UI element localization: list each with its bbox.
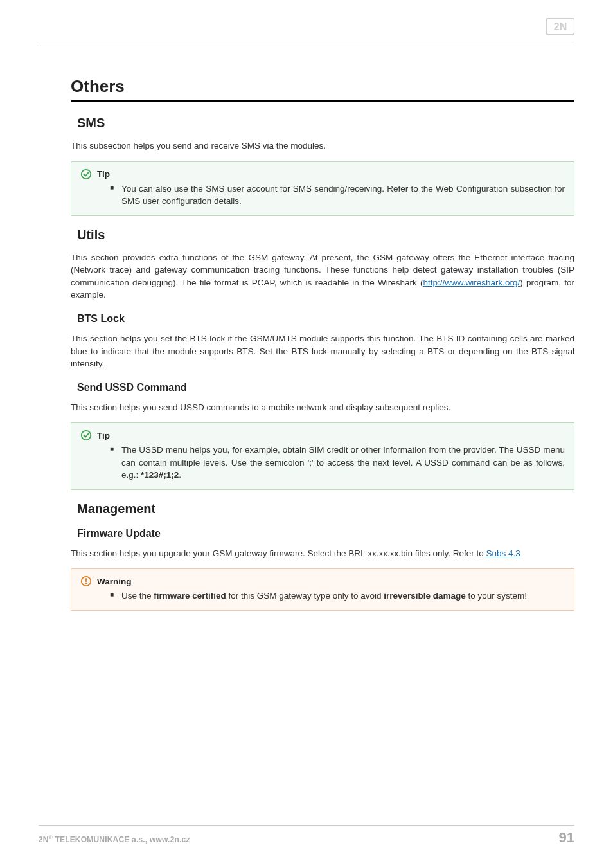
warn-post: to your system!: [466, 591, 527, 601]
tip-label: Tip: [97, 431, 110, 440]
bts-paragraph: This section helps you set the BTS lock …: [71, 332, 574, 370]
sms-intro: This subsection helps you send and recei…: [71, 140, 574, 152]
heading-sms: SMS: [77, 116, 574, 131]
warn-b2: irreversible damage: [384, 591, 466, 601]
tip-item-post: .: [179, 470, 181, 480]
footer-left-pre: 2N: [39, 835, 49, 844]
tip-item-code: *123#;1;2: [141, 470, 179, 480]
tip-callout-sms: Tip You can also use the SMS user accoun…: [71, 161, 574, 216]
heading-firmware-update: Firmware Update: [77, 528, 574, 539]
ussd-paragraph: This section helps you send USSD command…: [71, 401, 574, 414]
footer-left-post: TELEKOMUNIKACE a.s., www.2n.cz: [53, 835, 190, 844]
heading-rule: [71, 100, 574, 102]
svg-point-2: [82, 431, 91, 440]
heading-send-ussd: Send USSD Command: [77, 382, 574, 393]
tip-callout-ussd: Tip The USSD menu helps you, for example…: [71, 422, 574, 490]
warning-label: Warning: [97, 577, 132, 586]
tip-item-pre: The USSD menu helps you, for example, ob…: [121, 445, 565, 480]
heading-bts-lock: BTS Lock: [77, 313, 574, 325]
subs-link[interactable]: Subs 4.3: [484, 548, 520, 558]
utils-paragraph: This section provides extra functions of…: [71, 251, 574, 302]
footer-company: 2N® TELEKOMUNIKACE a.s., www.2n.cz: [39, 835, 190, 844]
heading-management: Management: [77, 502, 574, 516]
page-footer: 2N® TELEKOMUNIKACE a.s., www.2n.cz 91: [39, 825, 574, 846]
firmware-paragraph: This section helps you upgrade your GSM …: [71, 547, 574, 560]
exclamation-circle-icon: [80, 575, 92, 587]
check-circle-icon: [80, 429, 92, 441]
fw-para-pre: This section helps you upgrade your GSM …: [71, 548, 484, 558]
heading-others: Others: [71, 77, 574, 96]
page-number: 91: [559, 829, 574, 846]
svg-rect-4: [85, 579, 87, 582]
svg-point-1: [82, 169, 91, 178]
svg-rect-5: [85, 583, 87, 584]
tip-item: You can also use the SMS user account fo…: [110, 183, 565, 208]
warn-b1: firmware certified: [154, 591, 226, 601]
warn-pre: Use the: [121, 591, 154, 601]
warn-mid: for this GSM gateway type only to avoid: [226, 591, 384, 601]
footer-rule: [39, 825, 574, 826]
check-circle-icon: [80, 168, 92, 180]
warning-callout: Warning Use the firmware certified for t…: [71, 568, 574, 611]
wireshark-link[interactable]: http://www.wireshark.org/: [423, 278, 520, 287]
heading-utils: Utils: [77, 228, 574, 242]
tip-item: The USSD menu helps you, for example, ob…: [110, 444, 565, 482]
brand-logo-text: 2N: [554, 21, 567, 32]
brand-logo: 2N: [546, 18, 574, 37]
tip-label: Tip: [97, 169, 110, 179]
warning-item: Use the firmware certified for this GSM …: [110, 590, 565, 602]
